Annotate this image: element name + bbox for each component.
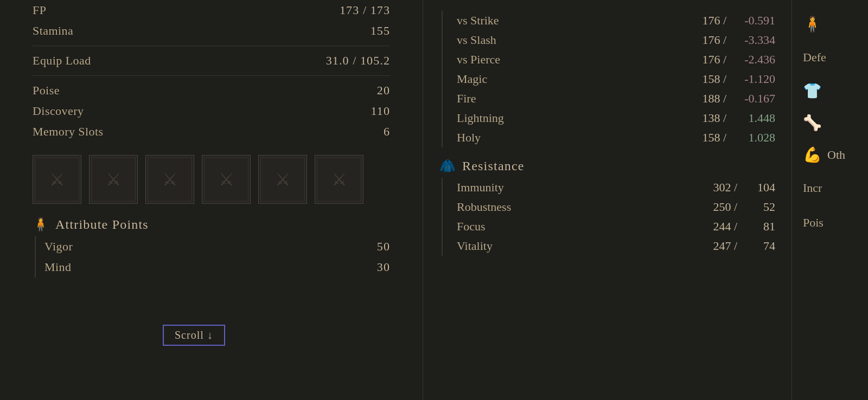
shirt-icon: 👕 — [803, 82, 822, 100]
attribute-points-list: Vigor 50 Mind 30 — [35, 236, 390, 278]
fp-row: FP 173 / 173 — [33, 0, 390, 21]
left-panel: FP 173 / 173 Stamina 155 Equip Load 31.0… — [0, 0, 423, 400]
discovery-row: Discovery 110 — [33, 101, 390, 121]
fire-bonus: -0.167 — [732, 92, 775, 106]
stamina-row: Stamina 155 — [33, 21, 390, 41]
holy-label: Holy — [451, 131, 683, 145]
memory-slots-label: Memory Slots — [33, 125, 104, 139]
memory-slots-value: 6 — [384, 125, 390, 139]
right-panel-content: 🧍 Defe 👕 🦴 💪 Oth Incr — [803, 0, 857, 237]
robustness-base: 250 / — [694, 200, 737, 214]
focus-label: Focus — [451, 220, 694, 234]
slot-1[interactable]: ⚔ — [33, 155, 81, 204]
oth-label: Oth — [827, 148, 845, 162]
attribute-points-title: Attribute Points — [55, 217, 149, 232]
vitality-label: Vitality — [451, 239, 694, 253]
arm-icon: 💪 — [803, 146, 822, 164]
lightning-bonus: 1.448 — [732, 111, 775, 125]
pois-item: Pois — [803, 208, 857, 237]
scroll-button[interactable]: Scroll ↓ — [163, 325, 225, 346]
vigor-label: Vigor — [44, 240, 73, 254]
fire-label: Fire — [451, 92, 683, 106]
incr-item: Incr — [803, 173, 857, 203]
shirt-icon-item: 👕 — [803, 78, 857, 104]
defense-fire: Fire 188 / -0.167 — [451, 89, 775, 108]
right-panel: 🧍 Defe 👕 🦴 💪 Oth Incr — [792, 0, 868, 400]
stamina-label: Stamina — [33, 24, 73, 38]
discovery-value: 110 — [371, 104, 390, 118]
slot-4[interactable]: ⚔ — [202, 155, 251, 204]
equip-load-row: Equip Load 31.0 / 105.2 — [33, 50, 390, 71]
immunity-label: Immunity — [451, 180, 694, 195]
mind-value: 30 — [377, 260, 390, 274]
vs-strike-base: 176 / — [683, 14, 726, 28]
resistance-header: 🧥 Resistance — [439, 158, 775, 173]
immunity-bonus: 104 — [743, 180, 775, 195]
defense-list: vs Strike 176 / -0.591 vs Slash 176 / -3… — [442, 11, 775, 147]
oth-section-item: 💪 Oth — [803, 141, 857, 168]
vigor-value: 50 — [377, 240, 390, 254]
holy-base: 158 / — [683, 131, 726, 145]
slot-3-icon: ⚔ — [162, 169, 178, 190]
vs-slash-base: 176 / — [683, 33, 726, 47]
resistance-title: Resistance — [462, 159, 525, 173]
vs-pierce-bonus: -2.436 — [732, 53, 775, 67]
defense-lightning: Lightning 138 / 1.448 — [451, 108, 775, 128]
memory-slots-row: Memory Slots 6 — [33, 121, 390, 142]
fp-value: 173 / 173 — [340, 3, 390, 17]
middle-panel: vs Strike 176 / -0.591 vs Slash 176 / -3… — [423, 0, 792, 400]
vitality-base: 247 / — [694, 239, 737, 253]
incr-label: Incr — [803, 178, 822, 198]
equip-load-value: 31.0 / 105.2 — [326, 54, 390, 68]
slot-5[interactable]: ⚔ — [258, 155, 307, 204]
defense-vs-slash: vs Slash 176 / -3.334 — [451, 30, 775, 50]
vs-strike-bonus: -0.591 — [732, 14, 775, 28]
discovery-label: Discovery — [33, 104, 84, 118]
defense-vs-pierce: vs Pierce 176 / -2.436 — [451, 50, 775, 69]
poise-label: Poise — [33, 83, 60, 98]
fp-label: FP — [33, 3, 46, 17]
poise-row: Poise 20 — [33, 80, 390, 101]
defense-magic: Magic 158 / -1.120 — [451, 69, 775, 89]
vs-pierce-base: 176 / — [683, 53, 726, 67]
defense-vs-strike: vs Strike 176 / -0.591 — [451, 11, 775, 30]
magic-bonus: -1.120 — [732, 72, 775, 86]
focus-bonus: 81 — [743, 220, 775, 234]
slot-4-icon: ⚔ — [219, 169, 234, 190]
vs-slash-bonus: -3.334 — [732, 33, 775, 47]
immunity-row: Immunity 302 / 104 — [451, 178, 775, 197]
resistance-list: Immunity 302 / 104 Robustness 250 / 52 F… — [442, 178, 775, 256]
vs-strike-label: vs Strike — [451, 14, 683, 28]
immunity-base: 302 / — [694, 180, 737, 195]
slot-2[interactable]: ⚔ — [89, 155, 138, 204]
vitality-bonus: 74 — [743, 239, 775, 253]
vitality-row: Vitality 247 / 74 — [451, 236, 775, 256]
magic-label: Magic — [451, 72, 683, 86]
lightning-label: Lightning — [451, 111, 683, 125]
slot-5-icon: ⚔ — [275, 169, 291, 190]
defense-partial-label: Defe — [803, 47, 826, 68]
slot-3[interactable]: ⚔ — [145, 155, 194, 204]
mind-label: Mind — [44, 260, 71, 274]
mind-row: Mind 30 — [44, 257, 390, 278]
robustness-bonus: 52 — [743, 200, 775, 214]
slot-2-icon: ⚔ — [106, 169, 122, 190]
defense-holy: Holy 158 / 1.028 — [451, 128, 775, 147]
robustness-label: Robustness — [451, 200, 694, 214]
attribute-points-icon: 🧍 — [33, 217, 49, 232]
pois-label: Pois — [803, 212, 824, 233]
vs-pierce-label: vs Pierce — [451, 53, 683, 67]
body-icon: 🧍 — [803, 15, 822, 33]
body-icon-item: 🧍 — [803, 11, 857, 37]
resistance-icon: 🧥 — [439, 158, 456, 173]
slot-1-icon: ⚔ — [49, 169, 65, 190]
slot-6-icon: ⚔ — [331, 169, 347, 190]
slot-6[interactable]: ⚔ — [315, 155, 363, 204]
focus-row: Focus 244 / 81 — [451, 217, 775, 236]
poise-value: 20 — [377, 83, 390, 98]
lightning-base: 138 / — [683, 111, 726, 125]
robustness-row: Robustness 250 / 52 — [451, 197, 775, 217]
vigor-row: Vigor 50 — [44, 236, 390, 257]
defense-partial-item: Defe — [803, 43, 857, 72]
holy-bonus: 1.028 — [732, 131, 775, 145]
